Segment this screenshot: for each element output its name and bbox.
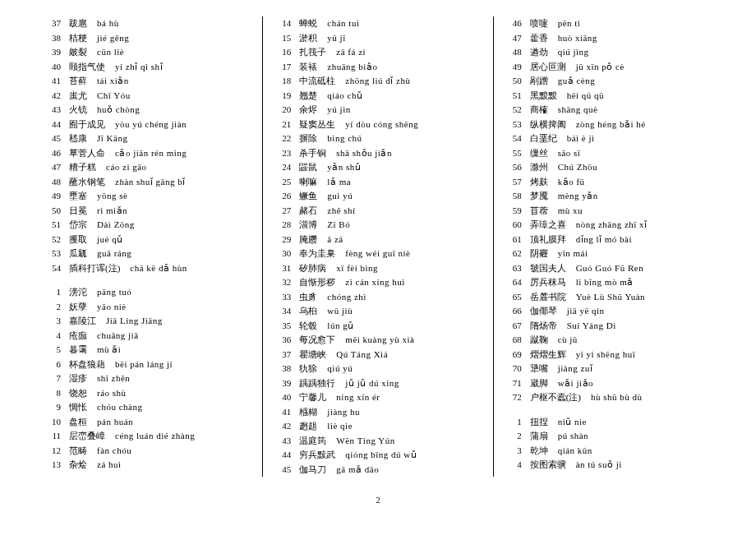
entry-term: 壅塞 xyxy=(69,189,87,203)
vocab-entry: 20余烬yú jìn xyxy=(273,103,482,117)
entry-term: 剐蹭 xyxy=(530,74,548,88)
entry-number: 66 xyxy=(504,304,522,318)
entry-pinyin: huǒ chòng xyxy=(97,103,140,117)
vocab-entry: 23杀手锏shā shǒu jiǎn xyxy=(273,146,482,160)
entry-term: 户枢不蠹(注) xyxy=(530,390,581,404)
entry-pinyin: zhě shí xyxy=(327,204,355,218)
vocab-entry: 5暮霭mù ǎi xyxy=(43,343,252,357)
entry-pinyin: shā shǒu jiǎn xyxy=(336,146,392,160)
entry-pinyin: zhuāng biǎo xyxy=(327,60,377,74)
vocab-entry: 48蘸水钢笔zhàn shuǐ gāng bǐ xyxy=(43,175,252,189)
vocab-entry: 24鼹鼠yǎn shǔ xyxy=(273,160,482,174)
entry-pinyin: wū jiù xyxy=(327,304,353,318)
entry-pinyin: lún gǔ xyxy=(327,319,353,333)
entry-term: 瞿塘峡 xyxy=(299,348,326,362)
entry-term: 喇嘛 xyxy=(299,175,317,189)
entry-number: 45 xyxy=(43,131,61,145)
entry-pinyin: zā fá zi xyxy=(336,45,366,59)
entry-term: 鼹鼠 xyxy=(299,160,317,174)
vocab-entry: 37瞿塘峡Qú Táng Xiá xyxy=(273,348,482,362)
entry-number: 54 xyxy=(504,131,522,145)
entry-term: 梦魇 xyxy=(530,189,548,203)
entry-pinyin: Wēn Tíng Yún xyxy=(336,434,394,448)
vocab-entry: 45嵇康Jī Kāng xyxy=(43,131,252,145)
entry-pinyin: jū xīn pǒ cè xyxy=(576,60,625,74)
vocab-entry: 54插科打诨(注)chā kē dǎ hùn xyxy=(43,261,252,275)
entry-number: 8 xyxy=(43,386,61,400)
vocab-entry: 52商榷shāng què xyxy=(504,103,713,117)
entry-number: 52 xyxy=(504,103,522,117)
entry-number: 7 xyxy=(43,371,61,385)
entry-pinyin: shī zhěn xyxy=(97,371,130,385)
vocab-entry: 59苜蓿mù xu xyxy=(504,204,713,218)
entry-pinyin: chā kē dǎ hùn xyxy=(130,261,187,275)
entry-number: 46 xyxy=(43,146,61,160)
entry-pinyin: rì miǎn xyxy=(97,204,127,218)
entry-pinyin: Suí Yáng Dì xyxy=(567,319,616,333)
vocab-entry: 51黑黢黢hēi qū qū xyxy=(504,89,713,103)
vocab-entry: 8饶恕ráo shù xyxy=(43,386,252,400)
entry-term: 扭捏 xyxy=(530,415,548,429)
entry-pinyin: Qú Táng Xiá xyxy=(336,348,388,362)
entry-number: 72 xyxy=(504,390,522,404)
vocab-entry: 45伽马刀gā mǎ dāo xyxy=(273,463,482,477)
vocab-entry: 29腌臜ā zā xyxy=(273,233,482,247)
vocab-entry: 2蒲扇pú shàn xyxy=(504,429,713,443)
vocab-entry: 3嘉陵江Jiā Líng Jiāng xyxy=(43,314,252,328)
entry-pinyin: kǎo fū xyxy=(558,175,585,189)
entry-term: 日冕 xyxy=(69,204,87,218)
entry-term: 趔趄 xyxy=(299,419,317,433)
entry-term: 奉为圭臬 xyxy=(299,247,335,261)
entry-number: 57 xyxy=(504,175,522,189)
entry-number: 37 xyxy=(43,16,61,30)
entry-pinyin: Yuè Lù Shū Yuàn xyxy=(576,290,645,304)
entry-number: 43 xyxy=(43,103,61,117)
entry-number: 17 xyxy=(273,60,291,74)
entry-number: 19 xyxy=(273,89,291,103)
entry-term: 厉兵秣马 xyxy=(530,275,566,289)
vocab-entry: 72户枢不蠹(注)hù shū bù dù xyxy=(504,390,713,404)
vocab-entry: 1扭捏niǔ nie xyxy=(504,415,713,429)
vocab-entry: 52攫取jué qǔ xyxy=(43,233,252,247)
vocab-entry: 44穷兵黩武qióng bīng dú wǔ xyxy=(273,448,482,462)
vocab-entry: 32自惭形秽zì cán xíng huì xyxy=(273,275,482,289)
entry-pinyin: chóng zhì xyxy=(327,290,366,304)
vocab-entry: 26鳜鱼guì yú xyxy=(273,189,482,203)
entry-number: 4 xyxy=(43,329,61,343)
page-number: 2 xyxy=(33,493,723,507)
vocab-entry: 50日冕rì miǎn xyxy=(43,204,252,218)
entry-term: 伽倻琴 xyxy=(530,304,557,318)
entry-pinyin: jǔ jǔ dú xíng xyxy=(345,376,399,390)
entry-pinyin: Chú Zhōu xyxy=(558,160,597,174)
entry-term: 纵横捭阖 xyxy=(530,118,566,131)
entry-pinyin: níng xīn ér xyxy=(336,390,380,404)
entry-pinyin: niǔ nie xyxy=(558,415,587,429)
entry-number: 28 xyxy=(273,218,291,232)
entry-number: 49 xyxy=(43,189,61,203)
vocab-entry: 33虫豸chóng zhì xyxy=(273,290,482,304)
entry-number: 47 xyxy=(43,160,61,174)
entry-number: 42 xyxy=(273,419,291,433)
entry-number: 53 xyxy=(504,118,522,131)
entry-number: 34 xyxy=(273,304,291,318)
vocab-entry: 18中流砥柱zhōng liú dǐ zhù xyxy=(273,74,482,88)
entry-number: 58 xyxy=(504,189,522,203)
vocab-entry: 1滂沱pāng tuó xyxy=(43,285,252,299)
entry-term: 杂烩 xyxy=(69,458,87,472)
entry-pinyin: àn tú suǒ jì xyxy=(576,458,622,472)
entry-pinyin: gā mǎ dāo xyxy=(336,463,379,477)
entry-pinyin: Dài Zōng xyxy=(97,218,135,232)
entry-term: 赭石 xyxy=(299,204,317,218)
group-spacer xyxy=(504,405,713,415)
vocab-entry: 27赭石zhě shí xyxy=(273,204,482,218)
entry-term: 插科打诨(注) xyxy=(69,261,120,275)
entry-pinyin: mèng yǎn xyxy=(558,189,598,203)
entry-pinyin: měi kuàng yù xià xyxy=(345,333,414,347)
entry-number: 59 xyxy=(504,204,522,218)
entry-number: 68 xyxy=(504,333,522,347)
entry-term: 宁馨儿 xyxy=(299,390,326,404)
entry-pinyin: yí dòu cóng shēng xyxy=(345,118,418,131)
entry-pinyin: sāo sī xyxy=(558,146,581,160)
entry-term: 岳麓书院 xyxy=(530,290,566,304)
vocab-entry: 21疑窦丛生yí dòu cóng shēng xyxy=(273,118,482,131)
